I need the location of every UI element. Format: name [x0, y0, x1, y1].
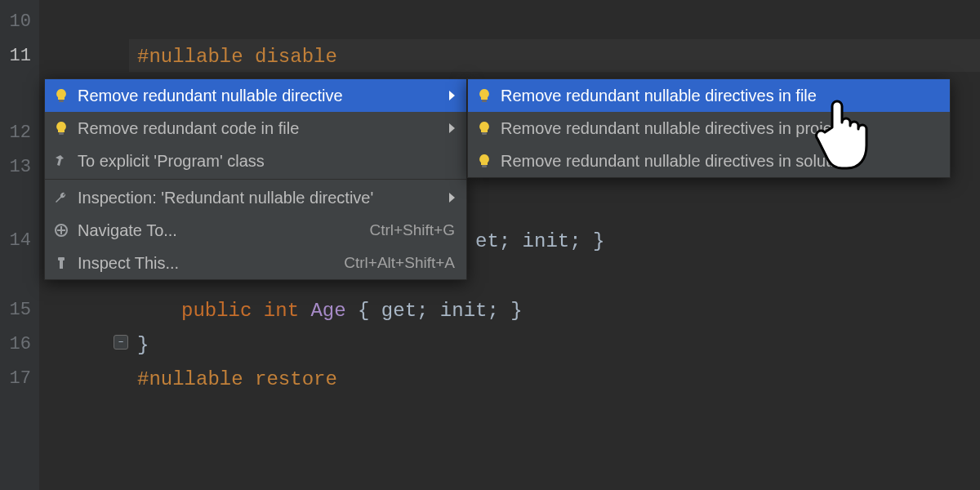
bulb-icon — [476, 153, 492, 169]
submenu-item-remove-in-project[interactable]: Remove redundant nullable directives in … — [468, 112, 950, 145]
menu-item-inspection[interactable]: Inspection: 'Redundant nullable directiv… — [45, 181, 466, 214]
code-property: public int Age { get; init; } — [181, 301, 523, 321]
bulb-icon — [476, 120, 492, 136]
menu-item-remove-redundant-code[interactable]: Remove redundant code in file — [45, 112, 466, 145]
submenu-arrow-icon — [449, 123, 455, 133]
inspect-icon — [53, 255, 69, 271]
fold-toggle-icon[interactable]: – — [114, 335, 128, 350]
bulb-icon — [476, 87, 492, 104]
line-number: 15 — [10, 301, 31, 319]
svg-rect-4 — [60, 261, 63, 269]
submenu-item-remove-in-solution[interactable]: Remove redundant nullable directives in … — [468, 145, 950, 177]
bulb-icon — [53, 87, 69, 104]
menu-item-remove-redundant-nullable[interactable]: Remove redundant nullable directive — [45, 79, 466, 112]
code-directive: #nullable restore — [137, 370, 337, 390]
svg-rect-3 — [58, 257, 65, 261]
menu-item-label: To explicit 'Program' class — [78, 152, 455, 171]
code-fragment: et; init; } — [475, 232, 604, 252]
menu-item-label: Remove redundant nullable directive — [78, 87, 425, 105]
navigate-icon — [53, 222, 69, 238]
menu-item-label: Inspect This... — [78, 254, 311, 273]
submenu-item-remove-in-file[interactable]: Remove redundant nullable directives in … — [468, 79, 950, 112]
line-number: 12 — [10, 124, 31, 142]
menu-item-shortcut: Ctrl+Alt+Shift+A — [344, 254, 455, 272]
menu-item-shortcut: Ctrl+Shift+G — [369, 221, 455, 239]
menu-item-label: Remove redundant nullable directives in … — [501, 152, 938, 171]
menu-item-inspect-this[interactable]: Inspect This... Ctrl+Alt+Shift+A — [45, 247, 466, 279]
wrench-icon — [53, 189, 69, 206]
menu-item-label: Navigate To... — [78, 221, 336, 240]
code-directive: #nullable disable — [137, 47, 337, 67]
code-brace: } — [137, 336, 149, 355]
svg-rect-0 — [59, 100, 64, 102]
svg-rect-6 — [482, 132, 487, 135]
menu-item-label: Remove redundant code in file — [78, 119, 425, 138]
line-number: 16 — [10, 336, 31, 354]
line-number: 14 — [10, 232, 31, 250]
quick-fix-submenu: Remove redundant nullable directives in … — [467, 78, 951, 178]
line-number: 10 — [10, 13, 31, 31]
line-number-current: 11 — [10, 47, 31, 65]
menu-item-label: Remove redundant nullable directives in … — [501, 119, 938, 138]
menu-item-label: Inspection: 'Redundant nullable directiv… — [78, 189, 425, 207]
quick-fix-menu: Remove redundant nullable directive Remo… — [44, 78, 467, 280]
hammer-icon — [53, 153, 69, 169]
svg-rect-1 — [59, 132, 64, 135]
line-number: 13 — [10, 158, 31, 176]
submenu-arrow-icon — [449, 193, 455, 203]
line-number: 17 — [10, 370, 31, 388]
menu-item-navigate-to[interactable]: Navigate To... Ctrl+Shift+G — [45, 214, 466, 247]
menu-item-to-explicit-program[interactable]: To explicit 'Program' class — [45, 145, 466, 177]
menu-separator — [45, 179, 466, 180]
menu-item-label: Remove redundant nullable directives in … — [501, 87, 938, 105]
svg-rect-5 — [482, 100, 487, 102]
line-number-gutter: 10 11 12 13 14 15 16 17 — [0, 0, 39, 490]
svg-rect-7 — [482, 165, 487, 167]
submenu-arrow-icon — [449, 91, 455, 100]
bulb-icon — [53, 120, 69, 136]
